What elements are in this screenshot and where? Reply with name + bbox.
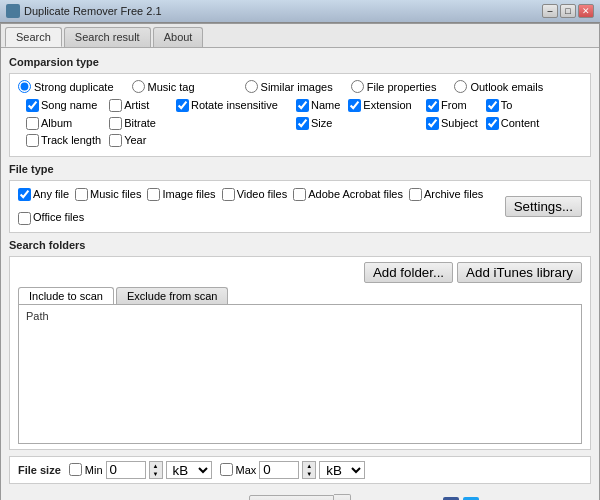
max-spinner-down[interactable]: ▼ xyxy=(303,470,315,478)
check-rotate-insensitive[interactable]: Rotate insensitive xyxy=(176,97,296,115)
check-any-file[interactable]: Any file xyxy=(18,186,69,204)
title-bar: Duplicate Remover Free 2.1 – □ ✕ xyxy=(0,0,600,23)
check-music-files[interactable]: Music files xyxy=(75,186,141,204)
file-type-box: Any file Music files Image files Video f… xyxy=(9,180,591,233)
search-tab-content: Comparsion type Strong duplicate Music t… xyxy=(1,48,599,500)
check-subject[interactable]: Subject xyxy=(426,115,478,133)
maximize-button[interactable]: □ xyxy=(560,4,576,18)
bottom-bar: Start ▼ f t http://manyprog.com xyxy=(9,490,591,500)
radio-file-properties[interactable]: File properties xyxy=(351,80,437,93)
settings-button[interactable]: Settings... xyxy=(505,196,582,217)
comparison-radios-row: Strong duplicate Music tag Similar image… xyxy=(18,80,582,93)
outlook-sub-options: From Subject To xyxy=(426,97,539,150)
main-window: Search Search result About Comparsion ty… xyxy=(0,23,600,500)
tab-bar: Search Search result About xyxy=(1,24,599,48)
check-to[interactable]: To xyxy=(486,97,540,115)
check-content[interactable]: Content xyxy=(486,115,540,133)
min-checkbox[interactable] xyxy=(69,463,82,476)
file-col2: Extension xyxy=(348,97,411,150)
file-size-section: File size Min ▲ ▼ kB MB GB Max xyxy=(9,456,591,484)
start-button[interactable]: Start xyxy=(249,495,334,500)
window-title: Duplicate Remover Free 2.1 xyxy=(24,5,162,17)
check-size[interactable]: Size xyxy=(296,115,340,133)
radio-strong-duplicate[interactable]: Strong duplicate xyxy=(18,80,114,93)
file-size-label: File size xyxy=(18,464,61,476)
comparison-section-label: Comparsion type xyxy=(9,56,591,68)
path-header: Path xyxy=(23,309,577,323)
minimize-button[interactable]: – xyxy=(542,4,558,18)
max-unit-select[interactable]: kB MB GB xyxy=(319,461,365,479)
check-archive-files[interactable]: Archive files xyxy=(409,186,483,204)
check-from[interactable]: From xyxy=(426,97,478,115)
app-icon xyxy=(6,4,20,18)
min-spinner-down[interactable]: ▼ xyxy=(150,470,162,478)
file-col1: Name Size xyxy=(296,97,340,150)
max-checkbox[interactable] xyxy=(220,463,233,476)
check-year[interactable]: Year xyxy=(109,132,156,150)
scan-tabs-row: Include to scan Exclude from scan xyxy=(18,287,582,304)
check-track-length[interactable]: Track length xyxy=(26,132,101,150)
search-folders-label: Search folders xyxy=(9,239,591,251)
check-office-files[interactable]: Office files xyxy=(18,209,84,227)
radio-outlook-emails[interactable]: Outlook emails xyxy=(454,80,543,93)
scan-area: Path xyxy=(18,304,582,444)
file-type-section-label: File type xyxy=(9,163,591,175)
comparison-sub-options: Song name Album Track length xyxy=(18,97,582,150)
max-value-input[interactable] xyxy=(259,461,299,479)
min-value-input[interactable] xyxy=(106,461,146,479)
check-artist[interactable]: Artist xyxy=(109,97,156,115)
radio-music-tag[interactable]: Music tag xyxy=(132,80,195,93)
check-video-files[interactable]: Video files xyxy=(222,186,288,204)
search-folders-box: Add folder... Add iTunes library Include… xyxy=(9,256,591,450)
folder-header-buttons: Add folder... Add iTunes library xyxy=(18,262,582,283)
file-types-list: Any file Music files Image files Video f… xyxy=(18,186,505,227)
add-itunes-button[interactable]: Add iTunes library xyxy=(457,262,582,283)
check-name[interactable]: Name xyxy=(296,97,340,115)
max-spinner: ▲ ▼ xyxy=(302,461,316,479)
check-extension[interactable]: Extension xyxy=(348,97,411,115)
window-controls: – □ ✕ xyxy=(542,4,594,18)
file-sub-options: Name Size Extension xyxy=(296,97,426,150)
tab-search-result[interactable]: Search result xyxy=(64,27,151,47)
min-size-group: Min ▲ ▼ kB MB GB xyxy=(69,461,212,479)
check-image-files[interactable]: Image files xyxy=(147,186,215,204)
music-col2: Artist Bitrate Year xyxy=(109,97,156,150)
add-folder-button[interactable]: Add folder... xyxy=(364,262,453,283)
min-spinner: ▲ ▼ xyxy=(149,461,163,479)
outlook-col1: From Subject xyxy=(426,97,478,150)
start-dropdown-button[interactable]: ▼ xyxy=(334,494,351,500)
min-spinner-up[interactable]: ▲ xyxy=(150,462,162,470)
check-acrobat-files[interactable]: Adobe Acrobat files xyxy=(293,186,403,204)
tab-search[interactable]: Search xyxy=(5,27,62,47)
tab-exclude-scan[interactable]: Exclude from scan xyxy=(116,287,228,304)
images-sub-options: Rotate insensitive xyxy=(176,97,296,150)
max-spinner-up[interactable]: ▲ xyxy=(303,462,315,470)
close-button[interactable]: ✕ xyxy=(578,4,594,18)
check-album[interactable]: Album xyxy=(26,115,101,133)
min-label: Min xyxy=(85,464,103,476)
music-col1: Song name Album Track length xyxy=(26,97,101,150)
tab-include-scan[interactable]: Include to scan xyxy=(18,287,114,304)
max-size-group: Max ▲ ▼ kB MB GB xyxy=(220,461,366,479)
radio-similar-images[interactable]: Similar images xyxy=(245,80,333,93)
check-bitrate[interactable]: Bitrate xyxy=(109,115,156,133)
check-song-name[interactable]: Song name xyxy=(26,97,101,115)
tab-about[interactable]: About xyxy=(153,27,204,47)
music-sub-options: Song name Album Track length xyxy=(26,97,176,150)
comparison-type-box: Strong duplicate Music tag Similar image… xyxy=(9,73,591,157)
start-button-group: Start ▼ xyxy=(249,494,351,500)
max-label: Max xyxy=(236,464,257,476)
min-unit-select[interactable]: kB MB GB xyxy=(166,461,212,479)
outlook-col2: To Content xyxy=(486,97,540,150)
